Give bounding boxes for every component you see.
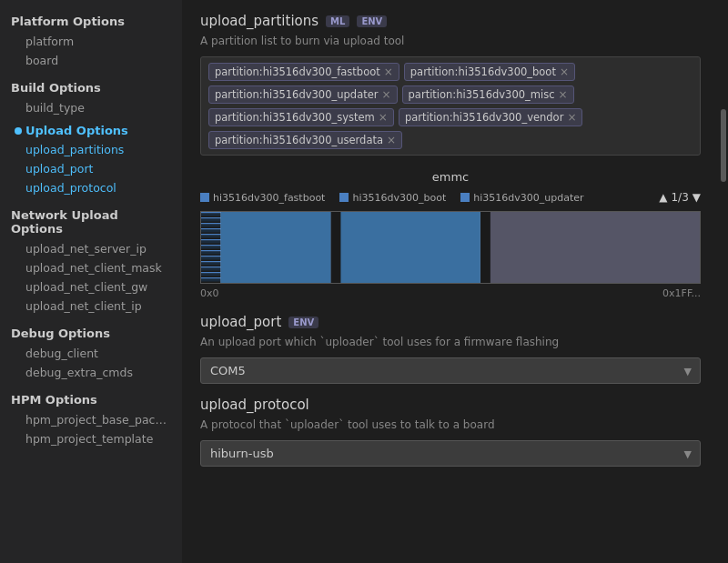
sidebar-item-hpm-template[interactable]: hpm_project_template [0, 429, 182, 448]
sidebar-section-title-platform: Platform Options [0, 7, 182, 32]
legend-updater: hi3516dv300_updater [460, 192, 583, 204]
upload-protocol-description: A protocol that `uploader` tool uses to … [200, 418, 701, 431]
badge-env: ENV [357, 15, 387, 27]
sidebar-item-build-type[interactable]: build_type [0, 98, 182, 117]
upload-options-section-header: Upload Options [0, 121, 182, 140]
tag-userdata: partition:hi3516dv300_userdata × [208, 131, 402, 149]
svg-rect-6 [330, 212, 340, 284]
badge-env-port: ENV [288, 317, 318, 328]
sidebar-item-hpm-base[interactable]: hpm_project_base_packa... [0, 410, 182, 429]
tag-close-vendor[interactable]: × [567, 112, 576, 123]
sidebar-item-upload-partitions[interactable]: upload_partitions [0, 140, 182, 159]
legend-fastboot: hi3516dv300_fastboot [200, 192, 325, 204]
tag-system: partition:hi3516dv300_system × [208, 108, 394, 126]
upload-protocol-section: upload_protocol A protocol that `uploade… [200, 397, 701, 467]
tag-boot: partition:hi3516dv300_boot × [404, 63, 575, 81]
legend-label-fastboot: hi3516dv300_fastboot [213, 192, 325, 204]
sidebar-item-net-client-gw[interactable]: upload_net_client_gw [0, 277, 182, 297]
upload-protocol-value: hiburn-usb [210, 447, 274, 460]
sidebar-section-title-hpm: HPM Options [0, 386, 182, 410]
chart-label-start: 0x0 [200, 287, 219, 299]
upload-port-value: COM5 [210, 364, 246, 377]
legend-color-boot [339, 193, 349, 202]
upload-port-dropdown[interactable]: COM5 ▼ [200, 357, 701, 384]
sidebar-section-title-debug: Debug Options [0, 319, 182, 344]
emmc-chart-section: emmc hi3516dv300_fastboot hi3516dv300_bo… [200, 170, 701, 299]
svg-rect-9 [480, 212, 490, 284]
sidebar-section-build: Build Options build_type [0, 74, 182, 117]
tag-close-boot[interactable]: × [560, 66, 569, 77]
upload-port-title: upload_port [200, 314, 281, 330]
badge-ml: ML [326, 15, 349, 27]
sidebar-item-platform[interactable]: platform [0, 32, 182, 51]
legend-color-fastboot [200, 193, 209, 202]
upload-protocol-header: upload_protocol [200, 397, 701, 413]
sidebar-item-upload-port[interactable]: upload_port [0, 159, 182, 178]
sidebar: Platform Options platform board Build Op… [0, 0, 182, 563]
chart-label-end: 0x1FF... [662, 287, 701, 299]
dropdown-arrow-protocol-icon: ▼ [684, 447, 692, 459]
upload-protocol-dropdown[interactable]: hiburn-usb ▼ [200, 440, 701, 467]
chart-legend: hi3516dv300_fastboot hi3516dv300_boot hi… [200, 191, 701, 204]
sidebar-section-title-build: Build Options [0, 74, 182, 98]
main-content: upload_partitions ML ENV A partition lis… [182, 0, 719, 563]
upload-port-section: upload_port ENV An upload port which `up… [200, 314, 701, 384]
sidebar-item-net-client-ip[interactable]: upload_net_client_ip [0, 297, 182, 316]
upload-partitions-section: upload_partitions ML ENV A partition lis… [200, 13, 701, 156]
legend-color-updater [460, 193, 470, 202]
sidebar-section-network: Network Upload Options upload_net_server… [0, 201, 182, 316]
sidebar-section-title-upload: Upload Options [25, 124, 128, 137]
pagination-label: 1/3 [671, 191, 688, 204]
emmc-bar-chart [200, 211, 701, 284]
dropdown-arrow-icon: ▼ [684, 365, 692, 377]
legend-label-boot: hi3516dv300_boot [352, 192, 446, 204]
tag-close-updater[interactable]: × [382, 89, 391, 100]
sidebar-item-debug-client[interactable]: debug_client [0, 344, 182, 363]
sidebar-item-net-server-ip[interactable]: upload_net_server_ip [0, 239, 182, 258]
upload-protocol-title: upload_protocol [200, 397, 309, 413]
tag-updater: partition:hi3516dv300_updater × [208, 85, 398, 104]
sidebar-section-upload: Upload Options upload_partitions upload_… [0, 121, 182, 197]
tag-close-fastboot[interactable]: × [384, 66, 393, 77]
sidebar-section-debug: Debug Options debug_client debug_extra_c… [0, 319, 182, 382]
svg-rect-10 [490, 212, 700, 284]
upload-partitions-description: A partition list to burn via upload tool [200, 35, 701, 47]
upload-protocol-dropdown-wrapper: hiburn-usb ▼ [200, 440, 701, 467]
sidebar-item-debug-extra-cmds[interactable]: debug_extra_cmds [0, 363, 182, 382]
svg-rect-2 [201, 212, 221, 284]
emmc-chart-title: emmc [200, 170, 701, 184]
svg-rect-7 [340, 212, 480, 284]
scrollbar-thumb[interactable] [721, 109, 726, 182]
legend-label-updater: hi3516dv300_updater [473, 192, 583, 204]
pagination-down-icon[interactable]: ▼ [693, 191, 701, 204]
sidebar-section-title-network: Network Upload Options [0, 201, 182, 239]
upload-partitions-title: upload_partitions [200, 13, 318, 29]
chart-pagination: ▲ 1/3 ▼ [659, 191, 701, 204]
chart-labels: 0x0 0x1FF... [200, 287, 701, 299]
tag-close-system[interactable]: × [379, 112, 388, 123]
sidebar-item-net-client-mask[interactable]: upload_net_client_mask [0, 258, 182, 277]
tag-vendor: partition:hi3516dv300_vendor × [399, 108, 583, 126]
active-dot-icon [15, 127, 22, 135]
sidebar-item-upload-protocol[interactable]: upload_protocol [0, 178, 182, 197]
sidebar-section-platform: Platform Options platform board [0, 7, 182, 70]
tag-fastboot: partition:hi3516dv300_fastboot × [208, 63, 399, 81]
emmc-svg [201, 212, 700, 284]
tag-close-misc[interactable]: × [559, 89, 568, 100]
scrollbar-track [719, 0, 728, 563]
upload-port-description: An upload port which `uploader` tool use… [200, 336, 701, 348]
upload-port-dropdown-wrapper: COM5 ▼ [200, 357, 701, 384]
svg-rect-4 [221, 212, 331, 284]
upload-partitions-header: upload_partitions ML ENV [200, 13, 701, 29]
sidebar-item-board[interactable]: board [0, 51, 182, 70]
pagination-up-icon[interactable]: ▲ [659, 191, 667, 204]
legend-boot: hi3516dv300_boot [339, 192, 446, 204]
tag-close-userdata[interactable]: × [387, 135, 396, 146]
sidebar-section-hpm: HPM Options hpm_project_base_packa... hp… [0, 386, 182, 448]
upload-port-header: upload_port ENV [200, 314, 701, 330]
tags-container[interactable]: partition:hi3516dv300_fastboot × partiti… [200, 56, 701, 156]
tag-misc: partition:hi3516dv300_misc × [402, 85, 574, 104]
